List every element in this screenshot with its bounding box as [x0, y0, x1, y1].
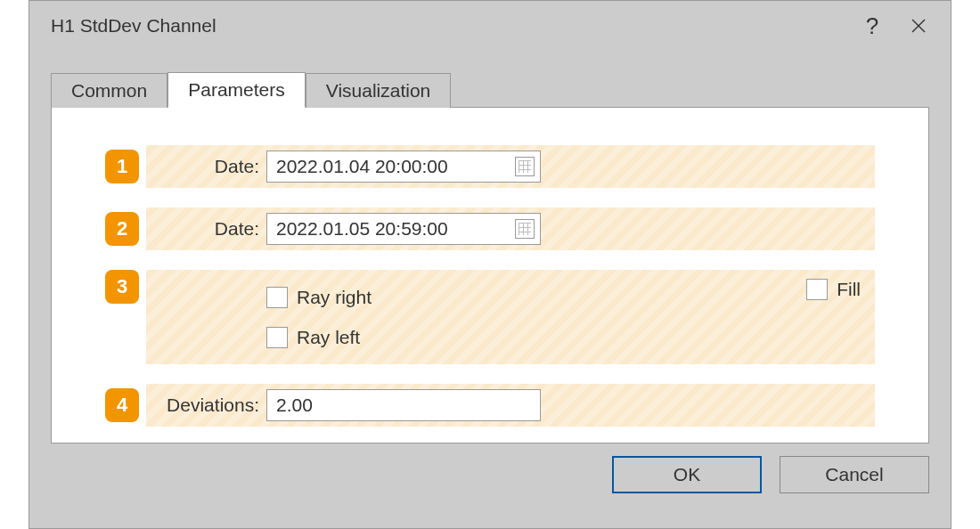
date-input-2[interactable]: 2022.01.05 20:59:00: [266, 213, 541, 245]
date-value-1: 2022.01.04 20:00:00: [276, 156, 515, 177]
date-input-1[interactable]: 2022.01.04 20:00:00: [266, 151, 541, 183]
row-date-2: 2 Date: 2022.01.05 20:59:00: [105, 208, 875, 250]
label-deviations: Deviations:: [146, 395, 266, 416]
ray-right-label: Ray right: [297, 287, 372, 308]
button-row: OK Cancel: [29, 444, 951, 493]
badge-1: 1: [105, 150, 139, 183]
ok-button[interactable]: OK: [612, 456, 762, 493]
badge-2: 2: [105, 212, 139, 246]
row-rays: 3 Ray right Ray left: [105, 270, 875, 364]
label-date-1: Date:: [146, 156, 266, 177]
deviations-value: 2.00: [276, 395, 313, 416]
badge-3: 3: [105, 270, 139, 304]
label-date-2: Date:: [146, 218, 266, 240]
ray-left-checkbox[interactable]: Ray left: [266, 327, 360, 348]
dialog: H1 StdDev Channel ? Common Parameters Vi…: [29, 0, 951, 529]
checkbox-icon: [806, 279, 828, 300]
row-body-4: Deviations: 2.00: [146, 384, 875, 427]
tab-parameters[interactable]: Parameters: [167, 72, 306, 108]
cancel-button[interactable]: Cancel: [780, 456, 929, 493]
fill-label: Fill: [837, 279, 861, 300]
row-body-1: Date: 2022.01.04 20:00:00: [146, 145, 875, 188]
row-body-2: Date: 2022.01.05 20:59:00: [146, 208, 875, 250]
calendar-icon[interactable]: [515, 219, 535, 239]
row-deviations: 4 Deviations: 2.00: [105, 384, 875, 427]
deviations-input[interactable]: 2.00: [266, 389, 541, 421]
date-value-2: 2022.01.05 20:59:00: [276, 218, 515, 240]
row-date-1: 1 Date: 2022.01.04 20:00:00: [105, 145, 875, 188]
tab-common[interactable]: Common: [51, 73, 167, 108]
checkbox-icon: [266, 327, 288, 348]
tabstrip: Common Parameters Visualization: [51, 72, 929, 108]
fill-checkbox[interactable]: Fill: [806, 279, 861, 300]
ray-left-line: Ray left: [146, 320, 875, 355]
close-icon: [911, 18, 927, 34]
badge-4: 4: [105, 388, 139, 422]
close-button[interactable]: [895, 8, 942, 44]
titlebar: H1 StdDev Channel ?: [29, 1, 951, 51]
calendar-icon[interactable]: [515, 157, 535, 176]
parameters-panel: 1 Date: 2022.01.04 20:00:00 2 Date: 2022…: [51, 108, 929, 444]
dialog-title: H1 StdDev Channel: [51, 15, 849, 37]
tab-visualization[interactable]: Visualization: [306, 73, 452, 108]
help-button[interactable]: ?: [849, 8, 895, 44]
ray-right-line: Ray right: [146, 280, 875, 315]
ray-left-label: Ray left: [297, 327, 360, 348]
ray-right-checkbox[interactable]: Ray right: [266, 287, 372, 308]
row-body-3: Ray right Ray left Fill: [146, 270, 875, 364]
checkbox-icon: [266, 287, 288, 308]
